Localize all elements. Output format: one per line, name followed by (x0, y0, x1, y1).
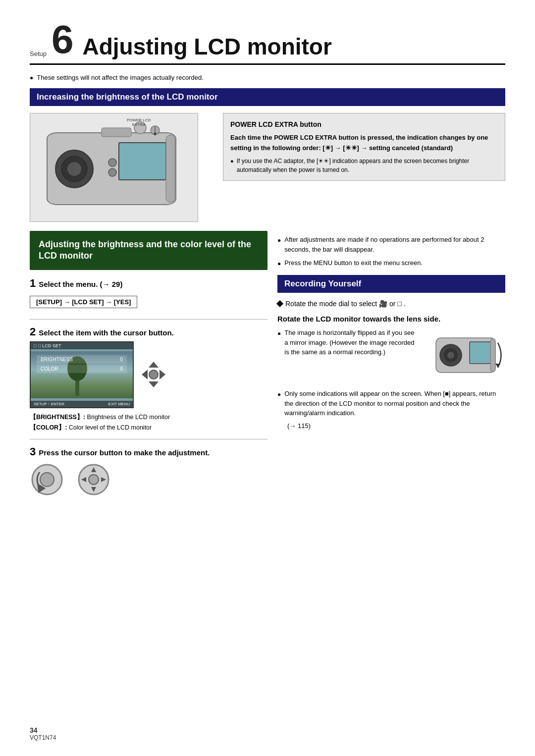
svg-rect-4 (119, 143, 166, 180)
cursor-up-arrow (149, 362, 159, 368)
svg-text:POWER LCD: POWER LCD (127, 118, 151, 122)
mirror-note: The image is horizontally flipped as if … (277, 328, 419, 357)
svg-rect-30 (490, 339, 495, 372)
section1-heading: Increasing the brightness of the LCD mon… (30, 88, 505, 106)
svg-rect-28 (470, 342, 492, 364)
color-label: 【COLOR】: Color level of the LCD monitor (30, 423, 268, 433)
model-number: VQT1N74 (30, 734, 56, 741)
step2-row: □ □ LCD SET BRIGHTNES (30, 341, 268, 408)
cursor-rotate-left (30, 462, 64, 497)
chapter-number: 6 (52, 20, 74, 59)
cursor-right-svg (76, 462, 111, 497)
lcd-footer: SETUP ↑ ENTER EXIT MENU (31, 401, 133, 407)
cursor-right-arrow (160, 370, 165, 379)
step2-notes: After adjustments are made if no operati… (277, 235, 505, 268)
cursor-mid-row (142, 370, 165, 379)
svg-rect-13 (166, 135, 175, 202)
cursor-left-arrow (142, 370, 148, 379)
svg-point-3 (67, 162, 81, 176)
camera-flip-illustration (426, 328, 505, 384)
recording-row: The image is horizontally flipped as if … (277, 328, 505, 384)
page-header: Setup 6 Adjusting LCD monitor (30, 20, 505, 65)
step2-text: Select the item with the cursor button. (39, 328, 174, 337)
camera-image-col: POWER LCD EXTRA (30, 113, 213, 222)
cursor-left-svg (30, 462, 64, 497)
rotate-mode-text: Rotate the mode dial to select 🎥 or □ . (285, 300, 406, 308)
camera-image: POWER LCD EXTRA (30, 113, 198, 222)
section2-heading-box: Adjusting the brightness and the color l… (30, 231, 268, 270)
screen-note: Only some indications will appear on the… (277, 389, 505, 418)
svg-text:EXTRA: EXTRA (132, 122, 146, 127)
rotate-lcd-heading: Rotate the LCD monitor towards the lens … (277, 314, 505, 324)
brightness-label: 【BRIGHTNESS】: Brightness of the LCD moni… (30, 412, 268, 423)
note-bar-disappear: After adjustments are made if no operati… (277, 235, 505, 254)
screen-note-arrow: (→ 115) (287, 422, 505, 430)
step2-num: 2 (30, 325, 36, 338)
intro-note: These settings will not affect the image… (30, 74, 505, 81)
step1-code: [SETUP] → [LCD SET] → [YES] (30, 296, 137, 308)
setup-label: Setup (30, 50, 47, 57)
power-lcd-box: POWER LCD EXTRA button Each time the POW… (223, 113, 505, 181)
note-menu-exit: Press the MENU button to exit the menu s… (277, 258, 505, 268)
step1-num: 1 (30, 277, 36, 290)
step1-header: 1 Select the menu. (→ 29) (30, 277, 268, 290)
camera-flip-svg (426, 328, 505, 382)
lcd-set-header: □ □ LCD SET (31, 342, 133, 349)
page-title: Adjusting LCD monitor (82, 34, 331, 59)
step1: 1 Select the menu. (→ 29) [SETUP] → [LCD… (30, 277, 268, 313)
section2-content: Adjusting the brightness and the color l… (30, 231, 505, 503)
step1-text: Select the menu. (→ 29) (39, 280, 122, 288)
cursor-down-arrow (149, 381, 159, 387)
cursor-center (149, 370, 159, 379)
lcd-color-item: COLOR 0 (37, 365, 127, 373)
diamond-icon (276, 300, 283, 307)
section1-content: POWER LCD EXTRA POWER LCD EXTRA button (30, 113, 505, 222)
lcd-set-title: □ LCD SET (38, 343, 61, 348)
power-lcd-bold1: Each time the POWER LCD EXTRA button is … (230, 134, 488, 152)
divider2 (30, 439, 268, 439)
step2-header: 2 Select the item with the cursor button… (30, 325, 268, 338)
divider1 (30, 319, 268, 320)
svg-point-17 (40, 473, 54, 486)
step3-num: 3 (30, 445, 36, 458)
page-number: 34 (30, 726, 38, 734)
mirror-note-col: The image is horizontally flipped as if … (277, 328, 419, 361)
section2-right: After adjustments are made if no operati… (277, 231, 505, 503)
power-lcd-desc: Each time the POWER LCD EXTRA button is … (230, 133, 498, 154)
lcd-brightness-item: BRIGHTNESS 0 (37, 355, 127, 364)
recording-section: Recording Yourself Rotate the mode dial … (277, 275, 505, 430)
power-lcd-col: POWER LCD EXTRA button Each time the POW… (223, 113, 505, 222)
step3-header: 3 Press the cursor button to make the ad… (30, 445, 268, 458)
section2-left: Adjusting the brightness and the color l… (30, 231, 268, 503)
section3-heading: Recording Yourself (277, 275, 505, 293)
page: Setup 6 Adjusting LCD monitor These sett… (0, 0, 535, 756)
svg-marker-29 (495, 364, 500, 368)
camera-diagram: POWER LCD EXTRA (32, 115, 196, 219)
power-lcd-title: POWER LCD EXTRA button (230, 119, 498, 130)
step3: 3 Press the cursor button to make the ad… (30, 445, 268, 497)
section2-heading: Adjusting the brightness and the color l… (39, 239, 259, 262)
rotate-mode-instruction: Rotate the mode dial to select 🎥 or □ . (277, 300, 505, 308)
step3-icons (30, 462, 268, 497)
svg-point-9 (108, 168, 116, 176)
power-lcd-note: If you use the AC adaptor, the [☀☀] indi… (230, 157, 498, 174)
lcd-set-screen: □ □ LCD SET BRIGHTNES (30, 341, 134, 408)
step3-text: Press the cursor button to make the adju… (39, 448, 210, 457)
step2: 2 Select the item with the cursor button… (30, 325, 268, 433)
page-footer: 34 VQT1N74 (30, 726, 56, 741)
svg-point-8 (108, 159, 116, 166)
brightness-color-labels: 【BRIGHTNESS】: Brightness of the LCD moni… (30, 412, 268, 433)
cursor-rotate-right (76, 462, 111, 497)
svg-point-19 (89, 475, 99, 485)
cursor-icon-group (142, 362, 165, 387)
svg-point-27 (447, 352, 454, 359)
svg-rect-5 (102, 128, 131, 137)
